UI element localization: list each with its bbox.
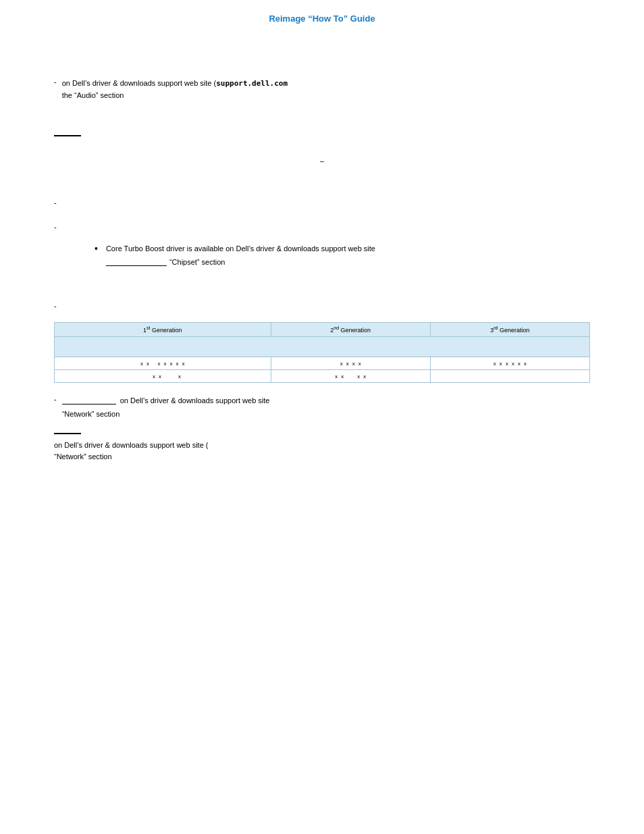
table-cell-1-3: x x x x x x xyxy=(430,357,589,370)
generation-table-container: 1st Generation 2nd Generation 3rd Genera… xyxy=(54,322,590,383)
x-mark: x xyxy=(363,373,366,380)
dash-network1: - on Dell’s driver & downloads support w… xyxy=(54,395,590,420)
x-mark: x xyxy=(159,373,161,380)
table-cell-1-2: x x x x xyxy=(271,357,430,370)
network2-text: on Dell’s driver & downloads support web… xyxy=(54,440,590,463)
network1-text2: “Network” section xyxy=(62,410,120,418)
x-mark: x xyxy=(140,361,143,367)
turbo-link[interactable] xyxy=(106,259,167,266)
x-mark: x xyxy=(182,361,185,367)
table-col2-header: 2nd Generation xyxy=(271,323,430,337)
page-title: Reimage “How To” Guide xyxy=(54,14,590,24)
x-mark: x xyxy=(158,361,161,367)
section-hr xyxy=(54,135,590,136)
x-mark: x xyxy=(346,361,349,367)
dash-net1: - xyxy=(54,395,57,403)
table-row-2: x x x x x x x xyxy=(55,370,590,383)
section-dash4: - xyxy=(54,302,590,310)
network1-text: on Dell’s driver & downloads support web… xyxy=(62,395,270,420)
dash2: - xyxy=(54,199,57,207)
x-mark: x xyxy=(146,361,149,367)
horizontal-rule xyxy=(54,135,81,136)
dash-center: – xyxy=(320,157,324,165)
audio-text-block: on Dell’s driver & downloads support web… xyxy=(62,78,288,101)
x-mark: x xyxy=(341,373,344,380)
x-mark: x xyxy=(358,361,361,367)
x-mark: x xyxy=(170,361,173,367)
section-dash2: - xyxy=(54,199,590,207)
bullet-symbol: • xyxy=(95,243,98,254)
section-dash3: - xyxy=(54,223,590,231)
table-col1-header: 1st Generation xyxy=(55,323,271,337)
audio-link[interactable]: support.dell.com xyxy=(216,79,288,88)
x-mark: x xyxy=(500,361,502,367)
turbo-text1: Core Turbo Boost driver is available on … xyxy=(106,244,375,253)
network2-text1: on Dell’s driver & downloads support web… xyxy=(54,441,208,449)
x-mark: x xyxy=(335,373,338,380)
x-mark: x xyxy=(176,361,179,367)
x-mark: x xyxy=(340,361,343,367)
section-network2: on Dell’s driver & downloads support web… xyxy=(54,433,590,463)
x-mark: x xyxy=(357,373,360,380)
table-cell-2-3 xyxy=(430,370,589,383)
x-mark: x xyxy=(493,361,496,367)
x-mark: x xyxy=(518,361,520,367)
x-mark: x xyxy=(164,361,167,367)
network2-text2: “Network” section xyxy=(54,452,112,461)
x-mark: x xyxy=(153,373,155,380)
x-mark: x xyxy=(178,373,181,380)
dash-audio: - xyxy=(54,78,57,86)
audio-text2: the “Audio” section xyxy=(62,91,124,99)
table-col3-header: 3rd Generation xyxy=(430,323,589,337)
title-text: Reimage “How To” Guide xyxy=(269,14,375,24)
section-network1: - on Dell’s driver & downloads support w… xyxy=(54,395,590,420)
x-mark: x xyxy=(352,361,355,367)
dash3: - xyxy=(54,223,57,231)
x-mark: x xyxy=(524,361,527,367)
dash4: - xyxy=(54,302,57,310)
table-row-1: x x x x x x x x x x x xyxy=(55,357,590,370)
table-cell-1-1: x x x x x x x xyxy=(55,357,271,370)
turbo-text: Core Turbo Boost driver is available on … xyxy=(106,243,375,268)
section-spacer1: – xyxy=(54,157,590,165)
generation-table: 1st Generation 2nd Generation 3rd Genera… xyxy=(54,322,590,383)
section-audio: - on Dell’s driver & downloads support w… xyxy=(54,78,590,101)
page-container: Reimage “How To” Guide - on Dell’s drive… xyxy=(0,0,644,834)
network1-text1: on Dell’s driver & downloads support web… xyxy=(120,395,270,407)
x-mark: x xyxy=(506,361,508,367)
bullet-turbo: • Core Turbo Boost driver is available o… xyxy=(95,243,590,268)
section-turbo: • Core Turbo Boost driver is available o… xyxy=(54,243,590,268)
x-mark: x xyxy=(512,361,514,367)
table-cell-2-1: x x x xyxy=(55,370,271,383)
table-cell-2-2: x x x x xyxy=(271,370,430,383)
dash-item-audio: - on Dell’s driver & downloads support w… xyxy=(54,78,590,101)
net1-link[interactable] xyxy=(62,398,116,405)
hr2 xyxy=(54,433,81,434)
turbo-chipset: “Chipset” section xyxy=(169,257,225,269)
table-spacer-row xyxy=(55,337,590,357)
audio-text1: on Dell’s driver & downloads support web… xyxy=(62,79,216,87)
